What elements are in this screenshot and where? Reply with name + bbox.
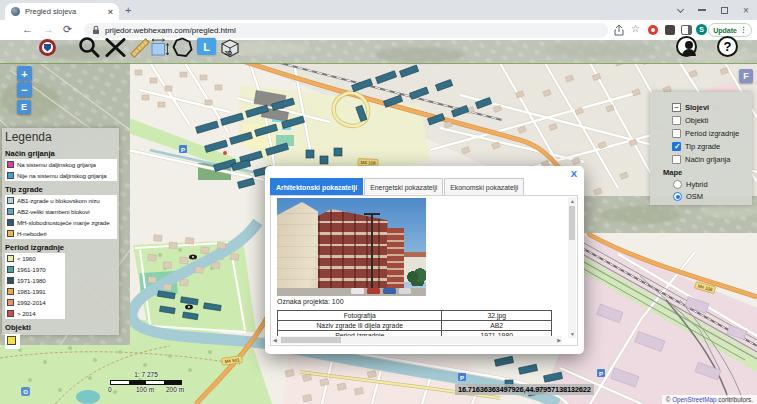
side-panel-icon[interactable] (681, 25, 692, 35)
address-bar[interactable]: prijedor.webhexam.com/pregled.html (84, 23, 608, 38)
cube-3d-icon[interactable]: 3D (220, 39, 240, 58)
layer-toggle-tip-zgrade[interactable]: Tip zgrade (672, 142, 720, 151)
table-row: Fotografija32.jpg (278, 311, 552, 321)
fullscreen-button[interactable]: F (739, 69, 753, 83)
tools-icon[interactable] (105, 38, 126, 57)
polygon-icon[interactable] (172, 37, 193, 58)
lock-icon (92, 25, 100, 35)
color-swatch (7, 255, 14, 262)
tab-ekonomski[interactable]: Ekonomski pokazatelji (444, 178, 524, 195)
maps-heading: Mape (663, 168, 682, 177)
horizontal-scrollbar[interactable]: ◀ ▶ (272, 336, 562, 344)
browser-toolbar: ← → ⟳ prijedor.webhexam.com/pregled.html… (0, 20, 757, 40)
legend-item: H-neboderi (5, 228, 117, 239)
modal-close-button[interactable]: X (571, 168, 577, 179)
legend-item: 1992-2014 (5, 297, 65, 308)
color-swatch (7, 288, 14, 295)
tab-close-icon[interactable]: × (108, 7, 113, 17)
color-swatch (7, 266, 14, 273)
window-restore-down-icon[interactable] (675, 5, 685, 15)
back-icon[interactable]: ← (22, 23, 33, 35)
measure-area-icon[interactable] (151, 38, 171, 57)
color-swatch (7, 172, 14, 179)
color-swatch (7, 336, 16, 345)
table-row: Naziv zgrade ili dijela zgradeAB2 (278, 321, 552, 331)
osm-link[interactable]: OpenStreetMap (672, 396, 716, 403)
checkbox[interactable] (672, 142, 681, 151)
chrome-update-button[interactable]: Update⋮ (708, 23, 752, 37)
legend-item: 1961-1970 (5, 264, 65, 275)
share-icon[interactable] (614, 25, 624, 36)
tab-energetski[interactable]: Energetski pokazatelji (364, 178, 443, 195)
legend-item: 1981-1991 (5, 286, 65, 297)
collapse-icon[interactable]: − (672, 103, 681, 112)
browser-tab[interactable]: Pregled slojeva × (5, 3, 119, 20)
project-code-caption: Oznaka projekta: 100 (277, 298, 344, 305)
checkbox[interactable] (672, 116, 681, 125)
tab-arhitektonski[interactable]: Arhitektonski pokazatelji (270, 178, 363, 195)
legend-panel: Legenda Način grijanja Na sistemu daljin… (2, 128, 119, 335)
legend-item: Na sistemu daljinskog grijanja (5, 159, 117, 170)
legend-section-objects: Objekti (5, 323, 116, 332)
svg-text:P: P (460, 375, 464, 381)
radio[interactable] (673, 192, 682, 201)
legend-item: AB1-zgrade u blokovskom nizu (5, 195, 117, 206)
checkbox[interactable] (672, 155, 681, 164)
legend-section-building-type: Tip zgrade (5, 185, 116, 194)
basemap-hybrid[interactable]: Hybrid (673, 180, 708, 189)
reload-icon[interactable]: ⟳ (63, 23, 72, 36)
map-attribution: © OpenStreetMap contributors. (662, 395, 757, 404)
screen: Pregled slojeva × + × ← → ⟳ prijedor.web… (0, 0, 757, 404)
radio[interactable] (673, 180, 682, 189)
forward-icon[interactable]: → (43, 23, 54, 35)
extent-button[interactable]: E (17, 100, 31, 114)
color-swatch (7, 310, 14, 317)
legend-item: AB2-veliki stambeni blokovi (5, 206, 117, 217)
tab-title: Pregled slojeva (25, 7, 105, 16)
basemap-osm[interactable]: OSM (673, 192, 703, 201)
svg-text:M4 108: M4 108 (360, 160, 376, 166)
extension-red-icon[interactable] (648, 25, 658, 35)
layers-panel: − Slojevi Objekti Period izgradnje Tip z… (650, 92, 752, 205)
layers-header[interactable]: − Slojevi (672, 103, 709, 112)
vertical-scrollbar[interactable]: ▲ ▼ (568, 197, 576, 338)
legend-section-heating: Način grijanja (5, 149, 116, 158)
extension-dark-icon[interactable] (665, 25, 675, 35)
user-avatar-icon[interactable] (676, 36, 697, 57)
svg-text:3D: 3D (225, 50, 233, 56)
profile-avatar[interactable]: S (696, 24, 707, 35)
color-swatch (7, 230, 14, 237)
window-minimize-icon[interactable] (697, 5, 707, 15)
building-photo (277, 198, 426, 296)
scale-bar: 1: 7 275 0 100 m 200 m (104, 371, 188, 393)
window-close-icon[interactable]: × (741, 5, 751, 15)
help-icon[interactable]: ? (717, 36, 738, 57)
new-tab-button[interactable]: + (125, 4, 131, 16)
cursor-coordinates: 16.71636363497926,44.97957138132622 (455, 384, 594, 395)
color-swatch (7, 161, 14, 168)
color-swatch (7, 277, 14, 284)
checkbox[interactable] (672, 129, 681, 138)
building-info-modal: X Arhitektonski pokazatelji Energetski p… (265, 166, 584, 354)
tab-favicon-icon (11, 7, 20, 16)
app-logo (39, 39, 56, 56)
color-swatch (7, 299, 14, 306)
browser-titlebar: Pregled slojeva × + × (0, 0, 757, 20)
search-icon[interactable] (78, 36, 101, 59)
window-maximize-icon[interactable] (719, 5, 729, 15)
layer-toggle-period[interactable]: Period izgradnje (672, 129, 739, 138)
url-text: prijedor.webhexam.com/pregled.html (105, 26, 236, 35)
bookmark-star-icon[interactable]: ☆ (631, 23, 640, 34)
layer-toggle-nacin-grijanja[interactable]: Način grijanja (672, 155, 730, 164)
zoom-in-button[interactable]: + (17, 66, 32, 81)
zoom-out-button[interactable]: − (17, 82, 32, 97)
legend-item: 1971-1980 (5, 275, 65, 286)
scale-ratio: 1: 7 275 (104, 371, 188, 378)
svg-text:O: O (23, 389, 28, 395)
legend-section-period: Period izgradnje (5, 243, 116, 252)
layer-toggle-objekti[interactable]: Objekti (672, 116, 708, 125)
svg-text:P: P (599, 371, 603, 377)
legend-item: Nije na sistemu daljinskog grijanja (5, 170, 117, 181)
l-button[interactable]: L (197, 38, 216, 55)
legend-item: < 1960 (5, 253, 65, 264)
